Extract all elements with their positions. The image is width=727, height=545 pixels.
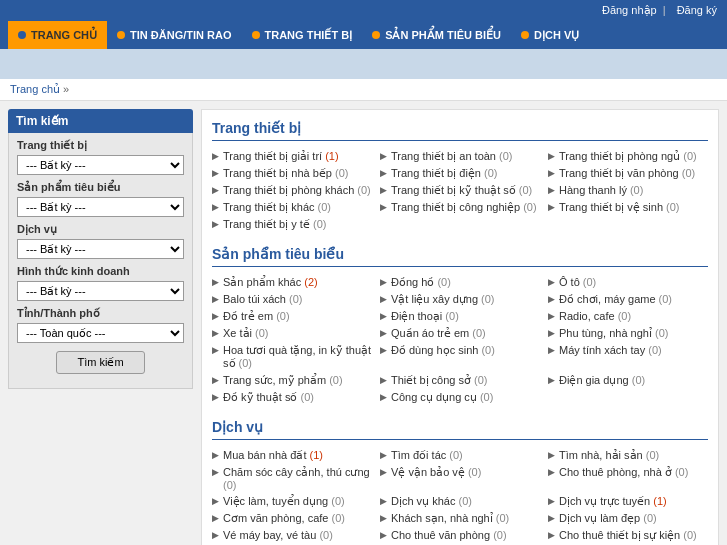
list-item: Tìm nhà, hải sản (0) (548, 448, 708, 463)
nav-item-dich-vu[interactable]: DỊCH VỤ (511, 21, 589, 49)
item-link[interactable]: Dịch vụ khác (0) (391, 495, 472, 508)
nav-item-tin-dang[interactable]: TIN ĐĂNG/TIN RAO (107, 21, 241, 49)
list-item: Ô tô (0) (548, 275, 708, 290)
section-dich-vu: Dịch vụMua bán nhà đất (1)Tìm đối tác (0… (212, 419, 708, 545)
item-link[interactable]: Trang thiết bị phòng khách (0) (223, 184, 371, 197)
item-link[interactable]: Đồ chơi, máy game (0) (559, 293, 672, 306)
item-link[interactable]: Radio, cafe (0) (559, 310, 631, 322)
item-count: (0) (472, 327, 485, 339)
item-count: (0) (643, 512, 656, 524)
nav-dot (521, 31, 529, 39)
list-item: Trang thiết bị phòng khách (0) (212, 183, 372, 198)
item-link[interactable]: Tìm đối tác (0) (391, 449, 463, 462)
item-link[interactable]: Cơm văn phòng, cafe (0) (223, 512, 345, 525)
item-link[interactable]: Trang thiết bị văn phòng (0) (559, 167, 695, 180)
search-button[interactable]: Tìm kiếm (56, 351, 144, 374)
item-link[interactable]: Cho thuê văn phòng (0) (391, 529, 507, 541)
list-item: Trang thiết bị nhà bếp (0) (212, 166, 372, 181)
filter-select-3[interactable]: --- Bất kỳ --- (17, 281, 184, 301)
item-link[interactable]: Đồ dùng học sinh (0) (391, 344, 495, 357)
filter-label-4: Tỉnh/Thành phố (17, 307, 184, 320)
item-link[interactable]: Khách sạn, nhà nghỉ (0) (391, 512, 509, 525)
list-item: Trang thiết bị kỹ thuật số (0) (380, 183, 540, 198)
item-link[interactable]: Trang thiết bị khác (0) (223, 201, 331, 214)
filter-select-2[interactable]: --- Bất kỳ --- (17, 239, 184, 259)
item-count: (0) (493, 529, 506, 541)
item-link[interactable]: Điện gia dụng (0) (559, 374, 645, 387)
item-count: (0) (458, 495, 471, 507)
item-link[interactable]: Thiết bị công sở (0) (391, 374, 488, 387)
item-count: (2) (304, 276, 317, 288)
item-link[interactable]: Cho thuê phòng, nhà ở (0) (559, 466, 688, 479)
item-count: (1) (310, 449, 323, 461)
list-item: Đồ trẻ em (0) (212, 309, 372, 324)
item-count: (0) (357, 184, 370, 196)
list-item: Việc làm, tuyển dụng (0) (212, 494, 372, 509)
item-link[interactable]: Trang thiết bị điện (0) (391, 167, 497, 180)
item-link[interactable]: Mua bán nhà đất (1) (223, 449, 323, 462)
list-item: Vệ vận bảo vệ (0) (380, 465, 540, 492)
item-count: (0) (480, 391, 493, 403)
item-link[interactable]: Đồ kỹ thuật số (0) (223, 391, 314, 404)
nav-item-trang-chu[interactable]: TRANG CHỦ (8, 21, 107, 49)
list-item: Cho thuê thiết bị sự kiện (0) (548, 528, 708, 543)
item-count: (0) (655, 327, 668, 339)
item-link[interactable]: Dịch vụ trực tuyến (1) (559, 495, 667, 508)
nav-dot (252, 31, 260, 39)
nav-item-trang-thiet-bi[interactable]: TRANG THIẾT BỊ (242, 21, 363, 49)
register-link[interactable]: Đăng ký (677, 4, 717, 16)
item-link[interactable]: Đồng hồ (0) (391, 276, 451, 289)
filter-label-0: Trang thiết bị (17, 139, 184, 152)
breadcrumb-home[interactable]: Trang chủ (10, 83, 60, 95)
item-link[interactable]: Xe tải (0) (223, 327, 269, 340)
item-link[interactable]: Vé máy bay, vé tàu (0) (223, 529, 333, 541)
login-link[interactable]: Đăng nhập (602, 4, 657, 16)
nav-item-san-pham[interactable]: SẢN PHẨM TIÊU BIỂU (362, 21, 511, 49)
filter-select-4[interactable]: --- Toàn quốc --- (17, 323, 184, 343)
item-count: (0) (223, 479, 236, 491)
item-link[interactable]: Dịch vụ làm đẹp (0) (559, 512, 657, 525)
item-link[interactable]: Trang thiết bị y tế (0) (223, 218, 326, 231)
item-link[interactable]: Điện thoại (0) (391, 310, 459, 323)
item-link[interactable]: Trang thiết bị phòng ngủ (0) (559, 150, 697, 163)
item-count: (0) (289, 293, 302, 305)
item-link[interactable]: Cho thuê thiết bị sự kiện (0) (559, 529, 697, 542)
item-link[interactable]: Balo túi xách (0) (223, 293, 303, 305)
list-item: Trang thiết bị văn phòng (0) (548, 166, 708, 181)
item-link[interactable]: Công cụ dụng cụ (0) (391, 391, 493, 404)
item-count: (0) (301, 391, 314, 403)
filter-select-1[interactable]: --- Bất kỳ --- (17, 197, 184, 217)
item-link[interactable]: Trang thiết bị nhà bếp (0) (223, 167, 348, 180)
item-link[interactable]: Máy tính xách tay (0) (559, 344, 662, 356)
list-item: Thiết bị công sở (0) (380, 373, 540, 388)
item-link[interactable]: Sản phẩm khác (2) (223, 276, 318, 289)
item-link[interactable]: Hàng thanh lý (0) (559, 184, 643, 196)
filter-select-0[interactable]: --- Bất kỳ --- (17, 155, 184, 175)
item-link[interactable]: Ô tô (0) (559, 276, 596, 288)
item-link[interactable]: Vệ vận bảo vệ (0) (391, 466, 481, 479)
list-item: Quần áo trẻ em (0) (380, 326, 540, 341)
item-link[interactable]: Tìm nhà, hải sản (0) (559, 449, 659, 462)
item-count: (0) (583, 276, 596, 288)
item-link[interactable]: Trang thiết bị giải trí (1) (223, 150, 339, 163)
nav-dot (117, 31, 125, 39)
item-link[interactable]: Việc làm, tuyển dụng (0) (223, 495, 345, 508)
item-count: (0) (449, 449, 462, 461)
item-link[interactable]: Phu tùng, nhà nghỉ (0) (559, 327, 668, 340)
item-link[interactable]: Quần áo trẻ em (0) (391, 327, 486, 340)
item-link[interactable]: Trang thiết bị an toàn (0) (391, 150, 513, 163)
item-link[interactable]: Trang thiết bị kỹ thuật số (0) (391, 184, 532, 197)
item-link[interactable]: Trang thiết bị vệ sinh (0) (559, 201, 680, 214)
item-link[interactable]: Vật liệu xây dựng (0) (391, 293, 495, 306)
item-count: (0) (481, 293, 494, 305)
item-count: (0) (313, 218, 326, 230)
item-count: (0) (481, 344, 494, 356)
list-item: Trang thiết bị công nghiệp (0) (380, 200, 540, 215)
item-link[interactable]: Đồ trẻ em (0) (223, 310, 290, 323)
item-link[interactable]: Trang sức, mỹ phẩm (0) (223, 374, 343, 387)
item-link[interactable]: Trang thiết bị công nghiệp (0) (391, 201, 537, 214)
item-link[interactable]: Chăm sóc cây cảnh, thú cưng (0) (223, 466, 372, 491)
list-item: Sản phẩm khác (2) (212, 275, 372, 290)
item-link[interactable]: Hoa tươi quà tặng, in kỹ thuật số (0) (223, 344, 372, 370)
list-item: Dịch vụ làm đẹp (0) (548, 511, 708, 526)
